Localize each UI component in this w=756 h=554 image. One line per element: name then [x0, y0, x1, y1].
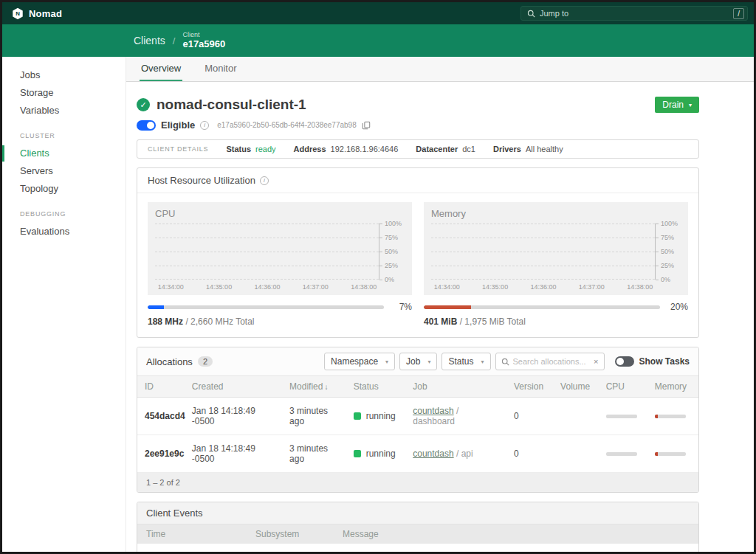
client-events-title: Client Events	[137, 502, 698, 524]
host-resource-header: Host Resource Utilization i	[137, 168, 698, 193]
column-header-status[interactable]: Status	[346, 376, 406, 398]
eligibility-toggle[interactable]	[137, 120, 156, 131]
column-header-job[interactable]: Job	[405, 376, 506, 398]
column-header-cpu[interactable]: CPU	[599, 376, 647, 398]
jump-to-input[interactable]	[540, 9, 729, 18]
tab-bar: Overview Monitor	[126, 57, 754, 82]
copy-icon[interactable]	[362, 121, 371, 130]
sidebar-item-topology[interactable]: Topology	[2, 181, 126, 197]
tab-monitor[interactable]: Monitor	[203, 57, 238, 81]
detail-status: Status ready	[226, 145, 275, 153]
detail-drivers: Drivers All healthy	[493, 145, 563, 153]
memory-plot-area	[431, 224, 656, 280]
chevron-down-icon: ▾	[689, 102, 692, 108]
sidebar-section-debugging: DEBUGGING	[2, 210, 126, 218]
client-event-row: Jan 18, '23 14:15:47 -0500 Cluster Node …	[137, 544, 698, 552]
cpu-usage-bar-row: 7%	[148, 302, 412, 312]
column-header-subsystem: Subsystem	[247, 524, 334, 544]
memory-usage-track	[424, 305, 660, 309]
sidebar-item-storage[interactable]: Storage	[2, 85, 126, 101]
namespace-filter-dropdown[interactable]: Namespace ▾	[324, 353, 395, 370]
info-icon[interactable]: i	[200, 121, 209, 130]
column-header-version[interactable]: Version	[506, 376, 553, 398]
running-status-icon	[354, 450, 361, 457]
status-filter-dropdown[interactable]: Status ▾	[441, 353, 490, 370]
allocations-table: ID Created Modified↓ Status Job Version …	[137, 376, 698, 473]
memory-y-axis: 100% 75% 50% 25% 0%	[656, 224, 681, 280]
running-status-icon	[354, 412, 361, 420]
client-details-bar: CLIENT DETAILS Status ready Address 192.…	[137, 139, 699, 159]
breadcrumb-current-client[interactable]: Client e17a5960	[182, 31, 225, 49]
allocations-search[interactable]: ×	[495, 353, 605, 370]
column-header-volume[interactable]: Volume	[553, 376, 599, 398]
sidebar-item-servers[interactable]: Servers	[2, 163, 126, 179]
memory-usage-percent: 20%	[660, 302, 688, 312]
allocation-volume	[553, 435, 599, 473]
jump-to-search[interactable]: /	[520, 6, 748, 21]
job-link[interactable]: countdash	[413, 406, 453, 416]
breadcrumb-bar: Clients / Client e17a5960	[2, 24, 754, 57]
charts-row: CPU 100% 75% 50%	[137, 193, 698, 337]
memory-chart: Memory 100% 75% 50%	[424, 202, 688, 327]
allocation-row[interactable]: 454dacd4 Jan 18 14:18:49 -0500 3 minutes…	[137, 398, 698, 435]
memory-chart-title: Memory	[431, 208, 681, 219]
column-header-modified[interactable]: Modified↓	[282, 376, 346, 398]
column-header-id[interactable]: ID	[137, 376, 185, 398]
cpu-chart: CPU 100% 75% 50%	[148, 202, 412, 327]
sidebar-item-clients[interactable]: Clients	[2, 145, 126, 162]
allocations-search-input[interactable]	[513, 357, 591, 366]
search-icon	[501, 358, 509, 366]
breadcrumb-separator: /	[173, 35, 176, 46]
cpu-mini-bar	[606, 415, 637, 418]
client-events-header-row: Time Subsystem Message	[137, 524, 698, 544]
sidebar-item-variables[interactable]: Variables	[2, 103, 126, 119]
sort-descending-icon: ↓	[324, 383, 328, 391]
cpu-x-axis: 14:34:00 14:35:00 14:36:00 14:37:00 14:3…	[155, 283, 379, 291]
memory-mini-bar	[655, 415, 686, 418]
allocation-id-link[interactable]: 454dacd4	[145, 411, 185, 421]
search-icon	[527, 10, 535, 18]
sidebar-section-cluster: CLUSTER	[2, 132, 126, 139]
shortcut-key-hint: /	[733, 8, 744, 19]
nomad-home-link[interactable]: N Nomad	[12, 7, 62, 20]
allocation-status: running	[346, 398, 406, 435]
event-message: Node registered	[334, 544, 698, 552]
allocations-title: Allocations	[146, 356, 193, 367]
sidebar-item-evaluations[interactable]: Evaluations	[2, 224, 126, 240]
job-filter-dropdown[interactable]: Job ▾	[399, 353, 437, 370]
drain-button-label: Drain	[662, 100, 684, 110]
column-header-memory[interactable]: Memory	[647, 376, 698, 398]
sidebar: Jobs Storage Variables CLUSTER Clients S…	[2, 57, 126, 552]
allocation-volume	[553, 398, 599, 435]
client-overview-content: ✓ nomad-consul-client-1 Drain ▾ Eligible…	[126, 82, 754, 552]
cpu-usage-percent: 7%	[384, 302, 412, 312]
cpu-chart-panel: CPU 100% 75% 50%	[148, 202, 412, 295]
status-value: ready	[255, 145, 276, 153]
client-uuid: e17a5960-2b50-65db-64f4-2038ee77ab98	[217, 121, 357, 129]
node-healthy-icon: ✓	[137, 98, 150, 111]
info-icon[interactable]: i	[260, 176, 269, 185]
breadcrumb-client-id: e17a5960	[182, 39, 225, 50]
toggle-knob	[147, 122, 154, 129]
allocations-count-badge: 2	[198, 356, 213, 367]
allocation-id-link[interactable]: 2ee91e9c	[145, 449, 184, 459]
allocation-version: 0	[506, 435, 553, 473]
memory-chart-panel: Memory 100% 75% 50%	[424, 202, 688, 295]
tab-overview[interactable]: Overview	[140, 57, 182, 81]
clear-search-icon[interactable]: ×	[594, 357, 598, 366]
job-link[interactable]: countdash	[413, 449, 453, 459]
chevron-down-icon: ▾	[427, 359, 430, 365]
allocation-job: countdash / api	[405, 435, 506, 473]
show-tasks-toggle[interactable]	[615, 356, 634, 367]
column-header-created[interactable]: Created	[185, 376, 282, 398]
drain-button[interactable]: Drain ▾	[655, 97, 699, 113]
cpu-usage-fill	[148, 305, 164, 309]
column-header-time: Time	[137, 524, 247, 544]
sidebar-item-jobs[interactable]: Jobs	[2, 67, 126, 83]
chevron-down-icon: ▾	[385, 359, 388, 365]
allocation-modified: 3 minutes ago	[282, 398, 346, 435]
client-events-table: Time Subsystem Message Jan 18, '23 14:15…	[137, 524, 698, 552]
breadcrumb-clients-link[interactable]: Clients	[134, 35, 165, 46]
eligibility-row: Eligible i e17a5960-2b50-65db-64f4-2038e…	[137, 120, 699, 131]
allocation-row[interactable]: 2ee91e9c Jan 18 14:18:49 -0500 3 minutes…	[137, 435, 698, 473]
